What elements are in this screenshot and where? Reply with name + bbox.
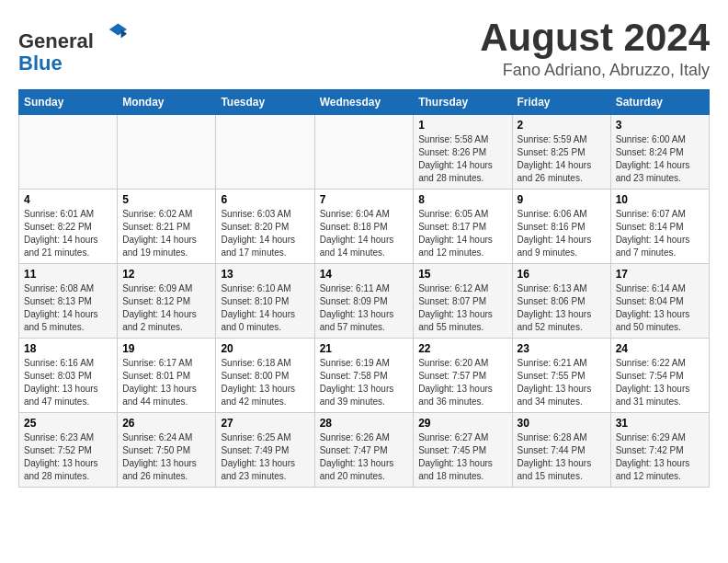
week-row-5: 25Sunrise: 6:23 AM Sunset: 7:52 PM Dayli… — [19, 413, 710, 488]
day-number: 20 — [221, 342, 309, 355]
title-block: August 2024 Fano Adriano, Abruzzo, Italy — [480, 18, 710, 80]
calendar-cell: 12Sunrise: 6:09 AM Sunset: 8:12 PM Dayli… — [118, 264, 216, 339]
calendar-cell — [19, 115, 118, 190]
day-number: 27 — [221, 417, 309, 430]
week-row-3: 11Sunrise: 6:08 AM Sunset: 8:13 PM Dayli… — [19, 264, 710, 339]
day-info: Sunrise: 6:16 AM Sunset: 8:03 PM Dayligh… — [24, 357, 112, 408]
logo-icon — [97, 18, 127, 48]
day-number: 23 — [518, 342, 606, 355]
day-info: Sunrise: 6:23 AM Sunset: 7:52 PM Dayligh… — [24, 431, 112, 483]
page-header: General Blue August 2024 Fano Adriano, A… — [18, 18, 710, 80]
calendar-cell: 19Sunrise: 6:17 AM Sunset: 8:01 PM Dayli… — [118, 339, 216, 413]
calendar-cell: 5Sunrise: 6:02 AM Sunset: 8:21 PM Daylig… — [118, 190, 216, 264]
week-row-4: 18Sunrise: 6:16 AM Sunset: 8:03 PM Dayli… — [19, 339, 710, 413]
logo: General Blue — [18, 18, 127, 75]
weekday-header-wednesday: Wednesday — [314, 90, 414, 115]
day-number: 25 — [24, 417, 112, 430]
day-number: 7 — [320, 193, 409, 206]
day-number: 6 — [221, 193, 309, 206]
day-number: 16 — [518, 268, 606, 281]
day-info: Sunrise: 6:25 AM Sunset: 7:49 PM Dayligh… — [221, 431, 309, 483]
day-info: Sunrise: 6:00 AM Sunset: 8:24 PM Dayligh… — [616, 133, 704, 185]
calendar-cell: 10Sunrise: 6:07 AM Sunset: 8:14 PM Dayli… — [610, 190, 709, 264]
calendar-cell: 20Sunrise: 6:18 AM Sunset: 8:00 PM Dayli… — [216, 339, 314, 413]
day-number: 22 — [418, 342, 506, 355]
day-info: Sunrise: 6:11 AM Sunset: 8:09 PM Dayligh… — [320, 282, 409, 334]
calendar-cell: 25Sunrise: 6:23 AM Sunset: 7:52 PM Dayli… — [19, 413, 118, 488]
logo-general: General — [18, 29, 94, 52]
day-number: 3 — [616, 119, 704, 132]
calendar-cell: 15Sunrise: 6:12 AM Sunset: 8:07 PM Dayli… — [414, 264, 512, 339]
day-info: Sunrise: 6:17 AM Sunset: 8:01 PM Dayligh… — [122, 357, 210, 408]
calendar-cell: 7Sunrise: 6:04 AM Sunset: 8:18 PM Daylig… — [314, 190, 414, 264]
day-number: 19 — [122, 342, 210, 355]
calendar-cell: 31Sunrise: 6:29 AM Sunset: 7:42 PM Dayli… — [610, 413, 709, 488]
weekday-header-friday: Friday — [512, 90, 610, 115]
day-info: Sunrise: 6:13 AM Sunset: 8:06 PM Dayligh… — [518, 282, 606, 334]
calendar-cell — [118, 115, 216, 190]
week-row-1: 1Sunrise: 5:58 AM Sunset: 8:26 PM Daylig… — [19, 115, 710, 190]
calendar-cell: 30Sunrise: 6:28 AM Sunset: 7:44 PM Dayli… — [512, 413, 610, 488]
calendar-cell: 23Sunrise: 6:21 AM Sunset: 7:55 PM Dayli… — [512, 339, 610, 413]
day-info: Sunrise: 6:22 AM Sunset: 7:54 PM Dayligh… — [616, 357, 704, 408]
calendar-cell: 29Sunrise: 6:27 AM Sunset: 7:45 PM Dayli… — [414, 413, 512, 488]
location-title: Fano Adriano, Abruzzo, Italy — [480, 61, 710, 80]
day-number: 11 — [24, 268, 112, 281]
weekday-header-thursday: Thursday — [414, 90, 512, 115]
month-title: August 2024 — [480, 18, 710, 57]
day-number: 12 — [122, 268, 210, 281]
calendar-table: SundayMondayTuesdayWednesdayThursdayFrid… — [18, 89, 710, 488]
weekday-header-saturday: Saturday — [610, 90, 709, 115]
day-number: 1 — [418, 119, 506, 132]
day-info: Sunrise: 5:58 AM Sunset: 8:26 PM Dayligh… — [418, 133, 506, 185]
day-number: 9 — [518, 193, 606, 206]
day-info: Sunrise: 6:21 AM Sunset: 7:55 PM Dayligh… — [518, 357, 606, 408]
calendar-cell: 4Sunrise: 6:01 AM Sunset: 8:22 PM Daylig… — [19, 190, 118, 264]
day-info: Sunrise: 6:28 AM Sunset: 7:44 PM Dayligh… — [518, 431, 606, 483]
day-info: Sunrise: 6:14 AM Sunset: 8:04 PM Dayligh… — [616, 282, 704, 334]
day-info: Sunrise: 6:04 AM Sunset: 8:18 PM Dayligh… — [320, 208, 409, 259]
day-info: Sunrise: 6:29 AM Sunset: 7:42 PM Dayligh… — [616, 431, 704, 483]
day-number: 5 — [122, 193, 210, 206]
day-info: Sunrise: 6:06 AM Sunset: 8:16 PM Dayligh… — [518, 208, 606, 259]
calendar-cell: 14Sunrise: 6:11 AM Sunset: 8:09 PM Dayli… — [314, 264, 414, 339]
calendar-cell — [314, 115, 414, 190]
weekday-header-tuesday: Tuesday — [216, 90, 314, 115]
day-info: Sunrise: 6:01 AM Sunset: 8:22 PM Dayligh… — [24, 208, 112, 259]
weekday-header-row: SundayMondayTuesdayWednesdayThursdayFrid… — [19, 90, 710, 115]
week-row-2: 4Sunrise: 6:01 AM Sunset: 8:22 PM Daylig… — [19, 190, 710, 264]
day-info: Sunrise: 6:02 AM Sunset: 8:21 PM Dayligh… — [122, 208, 210, 259]
calendar-cell: 9Sunrise: 6:06 AM Sunset: 8:16 PM Daylig… — [512, 190, 610, 264]
calendar-cell: 2Sunrise: 5:59 AM Sunset: 8:25 PM Daylig… — [512, 115, 610, 190]
calendar-cell: 1Sunrise: 5:58 AM Sunset: 8:26 PM Daylig… — [414, 115, 512, 190]
day-info: Sunrise: 6:10 AM Sunset: 8:10 PM Dayligh… — [221, 282, 309, 334]
calendar-cell: 3Sunrise: 6:00 AM Sunset: 8:24 PM Daylig… — [610, 115, 709, 190]
day-number: 29 — [418, 417, 506, 430]
calendar-cell: 11Sunrise: 6:08 AM Sunset: 8:13 PM Dayli… — [19, 264, 118, 339]
day-info: Sunrise: 6:18 AM Sunset: 8:00 PM Dayligh… — [221, 357, 309, 408]
day-info: Sunrise: 6:07 AM Sunset: 8:14 PM Dayligh… — [616, 208, 704, 259]
day-info: Sunrise: 6:24 AM Sunset: 7:50 PM Dayligh… — [122, 431, 210, 483]
calendar-cell: 6Sunrise: 6:03 AM Sunset: 8:20 PM Daylig… — [216, 190, 314, 264]
calendar-cell: 26Sunrise: 6:24 AM Sunset: 7:50 PM Dayli… — [118, 413, 216, 488]
calendar-cell: 18Sunrise: 6:16 AM Sunset: 8:03 PM Dayli… — [19, 339, 118, 413]
weekday-header-sunday: Sunday — [19, 90, 118, 115]
calendar-cell: 13Sunrise: 6:10 AM Sunset: 8:10 PM Dayli… — [216, 264, 314, 339]
day-number: 14 — [320, 268, 409, 281]
calendar-cell: 22Sunrise: 6:20 AM Sunset: 7:57 PM Dayli… — [414, 339, 512, 413]
calendar-cell: 8Sunrise: 6:05 AM Sunset: 8:17 PM Daylig… — [414, 190, 512, 264]
calendar-cell: 24Sunrise: 6:22 AM Sunset: 7:54 PM Dayli… — [610, 339, 709, 413]
day-info: Sunrise: 6:19 AM Sunset: 7:58 PM Dayligh… — [320, 357, 409, 408]
day-number: 18 — [24, 342, 112, 355]
day-number: 13 — [221, 268, 309, 281]
day-info: Sunrise: 6:08 AM Sunset: 8:13 PM Dayligh… — [24, 282, 112, 334]
day-number: 30 — [518, 417, 606, 430]
day-number: 15 — [418, 268, 506, 281]
day-info: Sunrise: 6:26 AM Sunset: 7:47 PM Dayligh… — [320, 431, 409, 483]
day-number: 26 — [122, 417, 210, 430]
day-number: 24 — [616, 342, 704, 355]
day-info: Sunrise: 6:09 AM Sunset: 8:12 PM Dayligh… — [122, 282, 210, 334]
day-info: Sunrise: 6:05 AM Sunset: 8:17 PM Dayligh… — [418, 208, 506, 259]
day-number: 21 — [320, 342, 409, 355]
day-number: 28 — [320, 417, 409, 430]
